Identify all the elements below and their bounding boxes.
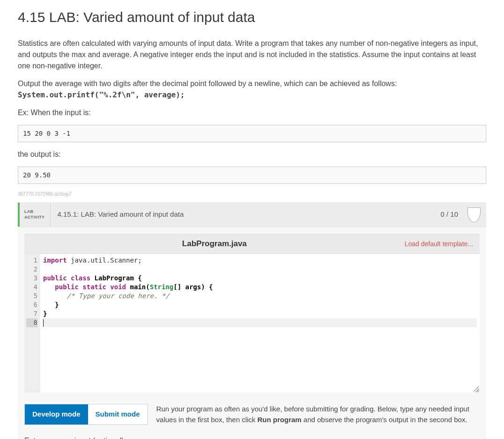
code-token: [] xyxy=(173,283,185,291)
code-area[interactable]: import java.util.Scanner; public class L… xyxy=(40,254,480,393)
desc-p2-code: System.out.printf("%.2f\n", average); xyxy=(18,90,185,99)
code-token: ( xyxy=(146,283,149,291)
mode-help-post: and observe the program's output in the … xyxy=(302,416,467,424)
lab-score: 0 / 10 xyxy=(440,209,458,220)
code-token: static xyxy=(82,283,106,291)
code-token: java.util.Scanner; xyxy=(67,256,142,264)
lab-card: LAB ACTIVITY 4.15.1: LAB: Varied amount … xyxy=(18,202,486,439)
gutter-line: 7 xyxy=(26,309,37,318)
mode-toggle: Develop mode Submit mode xyxy=(24,404,148,425)
desc-p2-lead: Output the average with two digits after… xyxy=(18,80,397,88)
code-token: { xyxy=(134,274,142,282)
code-token: import xyxy=(43,256,67,264)
lab-tag-line1: LAB xyxy=(24,209,44,215)
code-token xyxy=(43,283,55,291)
code-token: String xyxy=(150,283,174,291)
code-token: public xyxy=(55,283,79,291)
cursor-icon xyxy=(43,319,44,327)
example-output-lead: the output is: xyxy=(18,149,486,160)
mode-help-text: Run your program as often as you'd like,… xyxy=(156,404,480,425)
example-input-box: 15 20 0 3 -1 xyxy=(18,125,486,142)
load-default-template-link[interactable]: Load default template... xyxy=(405,239,480,249)
code-token: args xyxy=(185,283,201,291)
code-token: LabProgram xyxy=(95,274,134,282)
meta-id: 367770.2372966.qx3zqy7 xyxy=(18,190,486,198)
lab-tag-line2: ACTIVITY xyxy=(24,215,44,220)
code-token: /* Type your code here. */ xyxy=(43,292,170,300)
code-token: } xyxy=(43,301,59,308)
gutter-line: 4 xyxy=(26,283,37,292)
example-lead: Ex: When the input is: xyxy=(18,107,486,118)
file-header: LabProgram.java Load default template... xyxy=(24,234,480,254)
lab-header: LAB ACTIVITY 4.15.1: LAB: Varied amount … xyxy=(18,203,486,227)
gutter-line-current: 8 xyxy=(26,318,37,327)
code-token: class xyxy=(71,274,90,282)
lab-title: 4.15.1: LAB: Varied amount of input data xyxy=(57,209,434,220)
gutter-line: 5 xyxy=(26,292,37,300)
lab-tag: LAB ACTIVITY xyxy=(18,203,51,227)
program-input-label: Enter program input (optional) xyxy=(24,435,480,439)
description-p2: Output the average with two digits after… xyxy=(18,78,486,101)
mode-help-bold: Run program xyxy=(257,416,301,424)
gutter-line: 1 xyxy=(26,256,37,265)
example-output-box: 20 9.50 xyxy=(18,167,486,184)
code-token: main xyxy=(130,283,146,291)
shield-icon[interactable] xyxy=(467,207,481,222)
submit-mode-button[interactable]: Submit mode xyxy=(88,404,148,424)
code-token: } xyxy=(43,310,47,317)
code-token: ) { xyxy=(201,283,213,291)
editor-gutter: 1 2 3 4 5 6 7 8 xyxy=(24,254,40,393)
code-token: void xyxy=(110,283,126,291)
code-editor[interactable]: 1 2 3 4 5 6 7 8 import java.util.Scanner… xyxy=(24,254,480,393)
develop-mode-button[interactable]: Develop mode xyxy=(25,404,88,424)
file-name: LabProgram.java xyxy=(24,238,405,250)
code-token: public xyxy=(43,274,67,282)
gutter-line: 2 xyxy=(26,265,37,274)
description-p1: Statistics are often calculated with var… xyxy=(18,38,486,72)
gutter-line: 3 xyxy=(26,274,37,283)
page-title: 4.15 LAB: Varied amount of input data xyxy=(18,7,486,28)
resize-grip-icon[interactable] xyxy=(473,386,479,392)
gutter-line: 6 xyxy=(26,300,37,309)
